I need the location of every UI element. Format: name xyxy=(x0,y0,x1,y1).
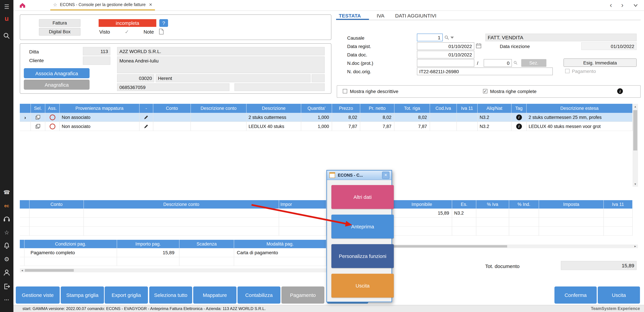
ndoc-prot-field[interactable] xyxy=(417,59,474,67)
ditta-name-field[interactable]: A2Z WORLD S.R.L. xyxy=(117,47,325,55)
data-doc-field[interactable]: 01/10/2022 xyxy=(417,51,474,58)
ditta-code-field[interactable]: 113 xyxy=(83,47,110,55)
notifications-bell-icon[interactable] xyxy=(0,242,14,250)
causale-field[interactable]: 1 xyxy=(417,34,443,41)
search-icon[interactable] xyxy=(0,32,14,40)
phone-icon[interactable]: ☎ xyxy=(0,188,14,196)
associa-anagrafica-button[interactable]: Associa Anagrafica xyxy=(24,68,90,78)
postal-code-field[interactable]: 03020 xyxy=(117,74,154,82)
info-icon[interactable] xyxy=(617,88,623,94)
conto-empty-row[interactable] xyxy=(20,218,326,227)
more-options-icon[interactable]: ··· xyxy=(0,295,14,303)
visto-check-icon[interactable]: ✓ xyxy=(125,28,129,35)
edit-pencil-icon[interactable] xyxy=(144,115,148,119)
ndoc-orig-field[interactable]: IT22-68211I-26980 xyxy=(417,68,553,75)
headset-icon[interactable] xyxy=(0,215,14,223)
user-profile-icon[interactable] xyxy=(0,269,14,277)
col-dash[interactable]: - xyxy=(140,104,153,113)
tab-close-icon[interactable]: ✕ xyxy=(149,2,152,7)
nav-back-icon[interactable]: ‹ xyxy=(610,1,612,9)
help-button[interactable]: ? xyxy=(159,19,168,27)
col-descrizione-conto[interactable]: Descrizione conto xyxy=(191,104,246,113)
seleziona-tutto-button[interactable]: Seleziona tutto xyxy=(149,286,192,303)
conto-empty-row[interactable] xyxy=(20,227,326,236)
dialog-close-icon[interactable]: ✕ xyxy=(382,172,390,179)
select-icon[interactable] xyxy=(36,124,40,129)
causale-dropdown-icon[interactable] xyxy=(450,37,454,39)
edit-pencil-icon[interactable] xyxy=(144,124,148,129)
col-imposta[interactable]: Imposta xyxy=(539,200,604,209)
nav-forward-icon[interactable]: › xyxy=(621,1,623,9)
col-scadenza[interactable]: Scadenza xyxy=(180,240,234,248)
scroll-up-icon[interactable]: ▲ xyxy=(632,104,638,109)
causale-desc-field[interactable]: FATT. VENDITA xyxy=(485,34,636,41)
ec-logo-icon[interactable]: ec xyxy=(0,202,14,210)
col-ass[interactable]: Ass. xyxy=(45,104,60,113)
digital-box-button[interactable]: Digital Box xyxy=(39,28,80,36)
col-descrizione-conto[interactable]: Descrizione conto xyxy=(84,200,279,209)
stampa-griglia-button[interactable]: Stampa griglia xyxy=(61,286,104,303)
browser-tab[interactable]: ☆ ECONS - Console per la gestione delle … xyxy=(50,0,155,11)
pagamento-button[interactable]: Pagamento xyxy=(282,286,324,303)
col-sel[interactable]: Sel. xyxy=(31,104,45,113)
home-icon[interactable] xyxy=(19,2,26,9)
col-importo[interactable]: Impor xyxy=(279,200,326,209)
col-imponibile[interactable]: Imponibile xyxy=(392,200,452,209)
pagamento-checkbox[interactable] xyxy=(565,69,570,73)
city-field[interactable]: Herent xyxy=(156,74,310,82)
col-descrizione-estesa[interactable]: Descrizione estesa xyxy=(526,104,632,113)
table-row[interactable]: Non associato LEDLUX 40 stuks 1,000 7,87… xyxy=(20,122,632,131)
payment-empty-row[interactable] xyxy=(20,257,326,266)
altri-dati-button[interactable]: Altri dati xyxy=(332,185,394,209)
nav-dropdown-icon[interactable] xyxy=(633,4,638,7)
scroll-left-icon[interactable]: ◄ xyxy=(20,268,24,272)
tag-info-icon[interactable] xyxy=(516,114,522,120)
favorites-star-icon[interactable]: ☆ xyxy=(0,228,14,236)
gestione-viste-button[interactable]: Gestione viste xyxy=(16,286,60,303)
mostra-complete-checkbox[interactable]: ✓ xyxy=(483,89,487,93)
col-descrizione[interactable]: Descrizione xyxy=(246,104,301,113)
uscita-button[interactable]: Uscita xyxy=(598,286,640,303)
anteprima-button[interactable]: Anteprima xyxy=(332,215,394,238)
fattura-button[interactable]: Fattura xyxy=(39,19,80,27)
scrollbar-thumb[interactable] xyxy=(392,245,507,247)
table-row[interactable]: › Non associato 2 stuks cuttermess 1,000… xyxy=(20,113,632,122)
anagrafica-button[interactable]: Anagrafica xyxy=(24,80,90,90)
col-perc-iva[interactable]: % Iva xyxy=(476,200,509,209)
contabilizza-button[interactable]: Contabilizza xyxy=(238,286,280,303)
data-ricezione-field[interactable]: 01/10/2022 xyxy=(581,42,636,50)
col-iva-11[interactable]: Iva 11 xyxy=(604,200,632,209)
uscita-dialog-button[interactable]: Uscita xyxy=(332,274,394,297)
select-icon[interactable] xyxy=(36,115,40,119)
causale-search-icon[interactable] xyxy=(444,35,449,40)
settings-gear-icon[interactable]: ⚙ xyxy=(0,255,14,263)
col-tot-riga[interactable]: Tot. riga xyxy=(394,104,430,113)
note-document-icon[interactable] xyxy=(159,29,164,35)
col-perc-ind[interactable]: % Ind. xyxy=(509,200,539,209)
mappature-button[interactable]: Mappature xyxy=(193,286,236,303)
tab-testata[interactable]: TESTATA xyxy=(339,12,361,19)
col-pr-netto[interactable]: Pr. netto xyxy=(360,104,394,113)
export-griglia-button[interactable]: Export griglia xyxy=(105,286,148,303)
scroll-down-icon[interactable]: ▼ xyxy=(632,181,638,187)
col-provenienza[interactable]: Provenienza mappatura xyxy=(60,104,140,113)
tab-iva[interactable]: IVA xyxy=(377,12,384,19)
iva-empty-row[interactable] xyxy=(392,227,632,236)
phone-field[interactable]: 0685367059 xyxy=(117,83,230,91)
col-modalita-pag[interactable]: Modalità pag. xyxy=(234,240,326,248)
calendar-icon[interactable] xyxy=(476,43,481,48)
dialog-titlebar[interactable]: ECONS - C... ✕ xyxy=(327,171,392,180)
col-cod-iva[interactable]: Cod.Iva xyxy=(430,104,457,113)
mostra-descrittive-checkbox[interactable] xyxy=(343,89,347,93)
cliente-name-field[interactable]: Monea Andrei-Iuliu xyxy=(117,56,325,73)
iva-empty-row[interactable] xyxy=(392,218,632,227)
col-aliq-nat[interactable]: Aliq/Nat xyxy=(478,104,512,113)
col-condizioni-pag[interactable]: Condizioni pag. xyxy=(24,240,117,248)
conferma-button[interactable]: Conferma xyxy=(554,286,597,303)
hamburger-menu-icon[interactable]: ☰ xyxy=(0,3,14,11)
esig-immediata-button[interactable]: Esig. Immediata xyxy=(564,58,636,67)
scrollbar-thumb[interactable] xyxy=(633,110,637,150)
col-conto[interactable]: Conto xyxy=(153,104,191,113)
ndoc-num-field[interactable]: 0 xyxy=(484,59,512,67)
col-tag[interactable]: Tag xyxy=(512,104,526,113)
